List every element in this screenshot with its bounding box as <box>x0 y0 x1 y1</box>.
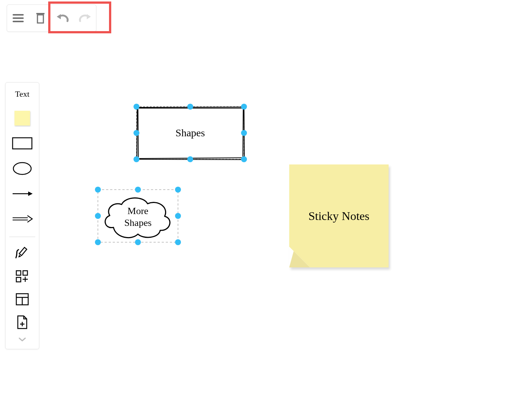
line-arrow-tool[interactable] <box>11 184 33 203</box>
resize-handle[interactable] <box>241 156 247 162</box>
undo-button[interactable] <box>52 5 74 31</box>
svg-point-8 <box>13 163 31 174</box>
table-icon <box>16 293 29 306</box>
freehand-tool[interactable] <box>11 244 33 263</box>
svg-rect-16 <box>23 271 27 275</box>
resize-handle[interactable] <box>175 213 181 219</box>
whiteboard-canvas[interactable]: Text <box>0 0 508 420</box>
page-plus-icon <box>16 315 28 329</box>
resize-handle[interactable] <box>187 104 193 110</box>
sticky-note-icon <box>14 111 30 126</box>
rectangle-icon <box>12 137 33 150</box>
open-arrow-tool[interactable] <box>11 209 33 229</box>
table-tool[interactable] <box>11 290 33 309</box>
delete-button[interactable] <box>29 5 52 31</box>
resize-handle[interactable] <box>133 130 139 136</box>
resize-handle[interactable] <box>95 213 101 219</box>
svg-rect-1 <box>13 17 24 19</box>
selected-rectangle-shape[interactable]: Shapes <box>130 100 252 167</box>
svg-rect-17 <box>16 277 21 282</box>
add-page-tool[interactable] <box>11 313 33 332</box>
expand-tools-button[interactable] <box>11 334 33 345</box>
svg-rect-13 <box>19 247 27 256</box>
menu-icon <box>12 13 24 23</box>
svg-rect-15 <box>16 271 21 275</box>
cloud-label-line1: More <box>128 206 148 216</box>
svg-rect-0 <box>13 14 24 16</box>
redo-button[interactable] <box>74 5 96 31</box>
resize-handle[interactable] <box>241 104 247 110</box>
selected-cloud-shape[interactable]: More Shapes <box>91 183 188 253</box>
sticky-note-label: Sticky Notes <box>309 209 369 223</box>
open-arrow-icon <box>11 214 33 223</box>
resize-handle[interactable] <box>135 239 141 245</box>
undo-icon <box>55 13 70 23</box>
svg-rect-7 <box>13 138 32 149</box>
sticky-note[interactable]: Sticky Notes <box>289 164 389 267</box>
line-arrow-icon <box>11 190 33 197</box>
top-toolbar <box>7 4 96 32</box>
rectangle-label: Shapes <box>175 127 205 139</box>
trash-icon <box>35 12 46 24</box>
svg-marker-6 <box>87 14 91 19</box>
resize-handle[interactable] <box>175 187 181 193</box>
text-tool[interactable]: Text <box>15 89 30 99</box>
svg-rect-4 <box>37 15 43 23</box>
rectangle-tool[interactable] <box>11 134 33 153</box>
menu-button[interactable] <box>7 5 29 31</box>
cloud-label-line2: Shapes <box>124 217 152 228</box>
pencil-squiggle-icon <box>15 247 30 260</box>
ellipse-tool[interactable] <box>11 159 33 178</box>
resize-handle[interactable] <box>135 187 141 193</box>
resize-handle[interactable] <box>241 130 247 136</box>
grid-plus-icon <box>16 270 29 283</box>
svg-rect-3 <box>36 13 44 14</box>
ellipse-icon <box>12 161 33 176</box>
resize-handle[interactable] <box>133 156 139 162</box>
sticky-note-tool[interactable] <box>11 109 33 128</box>
svg-marker-10 <box>28 191 33 196</box>
svg-marker-5 <box>57 14 61 19</box>
add-shape-tool[interactable] <box>11 267 33 286</box>
resize-handle[interactable] <box>175 239 181 245</box>
resize-handle[interactable] <box>133 104 139 110</box>
redo-icon <box>77 13 92 23</box>
shapes-side-panel: Text <box>5 82 39 349</box>
svg-rect-2 <box>13 21 24 22</box>
resize-handle[interactable] <box>187 156 193 162</box>
resize-handle[interactable] <box>95 239 101 245</box>
resize-handle[interactable] <box>95 187 101 193</box>
tool-divider <box>9 237 35 237</box>
sticky-note-fold <box>289 247 310 267</box>
chevron-down-icon <box>18 337 26 342</box>
